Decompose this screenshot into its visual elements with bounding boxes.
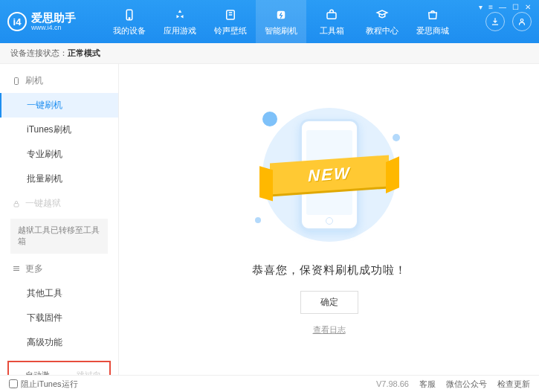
sidebar-item-batch-flash[interactable]: 批量刷机 bbox=[0, 167, 118, 191]
ringtone-icon bbox=[223, 7, 238, 22]
download-button[interactable] bbox=[485, 12, 505, 31]
footer-support[interactable]: 客服 bbox=[419, 379, 436, 390]
menu-icon bbox=[12, 264, 21, 273]
main-content: NEW 恭喜您，保资料刷机成功啦！ 确定 查看日志 bbox=[119, 64, 539, 375]
status-value: 正常模式 bbox=[68, 48, 100, 59]
nav-ringtone[interactable]: 铃声壁纸 bbox=[205, 0, 256, 43]
nav-toolbox[interactable]: 工具箱 bbox=[306, 0, 357, 43]
sidebar-item-itunes-flash[interactable]: iTunes刷机 bbox=[0, 118, 118, 142]
logo-icon: i4 bbox=[7, 12, 27, 31]
app-header: ▾ ≡ — ☐ ✕ i4 爱思助手 www.i4.cn 我的设备 应用游戏 铃声… bbox=[0, 0, 539, 43]
phone-icon bbox=[12, 77, 21, 86]
sidebar-item-oneclick-flash[interactable]: 一键刷机 bbox=[0, 93, 118, 118]
status-bar: 设备连接状态： 正常模式 bbox=[0, 43, 539, 64]
close-icon[interactable]: ✕ bbox=[523, 3, 533, 11]
logo: i4 爱思助手 www.i4.cn bbox=[7, 12, 104, 32]
minimize-icon[interactable]: — bbox=[497, 3, 509, 11]
svg-rect-4 bbox=[327, 13, 336, 19]
menu-icon[interactable]: ▾ bbox=[477, 3, 485, 11]
sidebar-group-flash[interactable]: 刷机 bbox=[0, 68, 118, 93]
sidebar-group-jailbreak: 一键越狱 bbox=[0, 191, 118, 216]
checkbox-block-itunes[interactable]: 阻止iTunes运行 bbox=[9, 379, 78, 390]
header-right bbox=[485, 12, 532, 31]
svg-point-1 bbox=[129, 17, 130, 19]
nav-tutorial[interactable]: 教程中心 bbox=[357, 0, 407, 43]
logo-text: 爱思助手 bbox=[31, 12, 76, 25]
lock-icon bbox=[12, 199, 21, 208]
svg-point-5 bbox=[520, 19, 523, 22]
view-log-link[interactable]: 查看日志 bbox=[313, 324, 346, 335]
checkbox-skip-guide[interactable]: 跳过向导 bbox=[65, 370, 106, 375]
shop-icon bbox=[425, 7, 440, 22]
nav-shop[interactable]: 爱思商城 bbox=[407, 0, 458, 43]
footer-wechat[interactable]: 微信公众号 bbox=[446, 379, 487, 390]
status-label: 设备连接状态： bbox=[10, 48, 68, 59]
version-label: V7.98.66 bbox=[376, 379, 409, 388]
apps-icon bbox=[172, 7, 187, 22]
sidebar-item-other-tools[interactable]: 其他工具 bbox=[0, 281, 118, 306]
user-button[interactable] bbox=[512, 12, 532, 31]
sidebar-group-more[interactable]: 更多 bbox=[0, 257, 118, 281]
nav-apps[interactable]: 应用游戏 bbox=[155, 0, 205, 43]
svg-rect-6 bbox=[15, 77, 19, 84]
options-highlighted-box: 自动激活 跳过向导 bbox=[7, 361, 111, 375]
checkbox-auto-activate[interactable]: 自动激活 bbox=[13, 370, 54, 375]
window-controls: ▾ ≡ — ☐ ✕ bbox=[477, 3, 533, 11]
footer-update[interactable]: 检查更新 bbox=[497, 379, 530, 390]
jailbreak-note: 越狱工具已转移至工具箱 bbox=[10, 219, 108, 254]
nav-my-device[interactable]: 我的设备 bbox=[104, 0, 155, 43]
svg-rect-7 bbox=[14, 203, 19, 207]
tutorial-icon bbox=[375, 7, 390, 22]
main-nav: 我的设备 应用游戏 铃声壁纸 智能刷机 工具箱 教程中心 爱思商城 bbox=[104, 0, 485, 43]
maximize-icon[interactable]: ☐ bbox=[510, 3, 521, 11]
sidebar-item-advanced[interactable]: 高级功能 bbox=[0, 330, 118, 355]
success-illustration: NEW bbox=[255, 104, 404, 245]
success-message: 恭喜您，保资料刷机成功啦！ bbox=[252, 263, 407, 277]
sidebar-item-pro-flash[interactable]: 专业刷机 bbox=[0, 142, 118, 167]
toolbox-icon bbox=[324, 7, 339, 22]
sidebar: 刷机 一键刷机 iTunes刷机 专业刷机 批量刷机 一键越狱 越狱工具已转移至… bbox=[0, 64, 119, 375]
device-icon bbox=[122, 7, 137, 22]
footer: 阻止iTunes运行 V7.98.66 客服 微信公众号 检查更新 bbox=[0, 375, 539, 392]
nav-flash[interactable]: 智能刷机 bbox=[256, 0, 306, 43]
flash-icon bbox=[274, 7, 288, 22]
ok-button[interactable]: 确定 bbox=[300, 291, 358, 314]
logo-subtitle: www.i4.cn bbox=[31, 24, 76, 31]
sidebar-item-download-firmware[interactable]: 下载固件 bbox=[0, 306, 118, 330]
settings-icon[interactable]: ≡ bbox=[486, 3, 495, 11]
